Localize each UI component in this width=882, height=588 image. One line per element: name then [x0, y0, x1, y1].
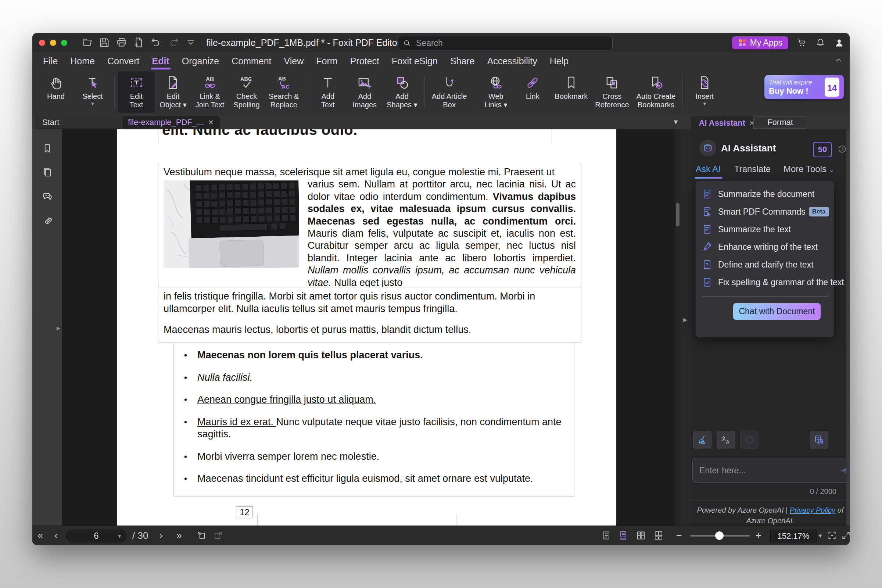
sidebar-pages-icon[interactable] — [42, 166, 53, 178]
panel-scrollbar[interactable] — [846, 129, 850, 525]
minimize-window-button[interactable] — [50, 40, 56, 46]
toolbar-collapse-icon[interactable] — [185, 37, 196, 48]
continuous-view-icon[interactable] — [618, 530, 628, 541]
subtab-ask-ai[interactable]: Ask AI — [696, 164, 721, 174]
sidebar-bookmarks-icon[interactable] — [42, 142, 53, 154]
vertical-scrollbar[interactable] — [675, 129, 681, 525]
tab-format[interactable]: Format — [753, 116, 807, 129]
paragraph-textbox-2[interactable]: in felis tristique fringilla. Morbi sit … — [158, 287, 581, 342]
bullet-list-textbox[interactable]: •Maecenas non lorem quis tellus placerat… — [174, 343, 574, 496]
ribbon-button-link[interactable]: Link — [514, 71, 551, 113]
create-page-icon[interactable] — [133, 37, 145, 48]
my-apps-button[interactable]: My Apps — [732, 36, 788, 49]
ai-menu-item-summarize-the-document[interactable]: Summarize the document — [696, 185, 834, 203]
next-page-button[interactable]: › — [159, 530, 163, 542]
heading-textbox[interactable]: elit. Nunc ac faucibus odio. — [158, 129, 552, 144]
panel-collapse-handle[interactable]: ▸ — [683, 315, 687, 324]
menu-form[interactable]: Form — [310, 52, 344, 70]
next-view-icon[interactable] — [213, 530, 224, 541]
scrollbar-thumb[interactable] — [676, 203, 680, 226]
ribbon-button-add-shapes[interactable]: Add Shapes ▾ — [383, 71, 421, 113]
ribbon-button-web-links[interactable]: Web Links ▾ — [477, 71, 514, 113]
document-image[interactable] — [164, 180, 299, 268]
menu-foxit-esign[interactable]: Foxit eSign — [386, 52, 444, 70]
tab-document[interactable]: file-example_PDF_... ✕ — [122, 116, 220, 129]
translate-button[interactable]: 文A — [717, 431, 735, 449]
ai-menu-item-smart-pdf-commands[interactable]: Smart PDF CommandsBeta — [696, 203, 834, 220]
paragraph-textbox-1[interactable]: Vestibulum neque massa, scelerisque sit … — [158, 163, 581, 291]
close-window-button[interactable] — [39, 40, 45, 46]
ribbon-button-search-replace[interactable]: ABACSearch & Replace — [265, 71, 303, 113]
bell-icon[interactable] — [815, 38, 826, 48]
buy-now-button[interactable]: Trial will expire Buy Now ! 14 — [764, 75, 844, 99]
ai-menu-item-enhance-writing-of-the-text[interactable]: Enhance writing of the text — [696, 238, 834, 256]
zoom-window-button[interactable] — [61, 40, 67, 46]
zoom-preset-chevron-icon[interactable]: ▾ — [819, 532, 822, 539]
menu-comment[interactable]: Comment — [225, 52, 278, 70]
next-page-textbox[interactable] — [257, 514, 456, 525]
print-icon[interactable] — [116, 37, 128, 48]
menu-edit[interactable]: Edit — [146, 52, 176, 70]
ribbon-button-hand[interactable]: Hand — [38, 71, 74, 113]
regenerate-button[interactable] — [740, 431, 759, 449]
menu-protect[interactable]: Protect — [344, 52, 386, 70]
zoom-level-input[interactable]: 152.17% — [770, 530, 817, 542]
cart-icon[interactable] — [796, 38, 807, 48]
ribbon-button-auto-create-bookmarks[interactable]: AAuto Create Bookmarks — [633, 71, 680, 113]
ai-menu-item-define-and-clarify-the-text[interactable]: ?Define and clarify the text — [696, 256, 834, 273]
sidebar-attachments-icon[interactable] — [42, 214, 53, 226]
clear-chat-button[interactable] — [693, 431, 711, 449]
account-avatar-icon[interactable] — [834, 38, 844, 48]
sidebar-expand-handle[interactable]: ▸ — [57, 323, 60, 332]
export-chat-button[interactable] — [810, 431, 828, 449]
redo-icon[interactable] — [168, 37, 179, 48]
facing-view-icon[interactable] — [636, 530, 646, 541]
single-page-view-icon[interactable] — [601, 530, 612, 541]
menu-share[interactable]: Share — [444, 52, 481, 70]
info-icon[interactable] — [837, 144, 847, 154]
previous-page-button[interactable]: ‹ — [54, 530, 58, 542]
menu-home[interactable]: Home — [64, 52, 101, 70]
ribbon-button-link-join-text[interactable]: ABLink & Join Text — [192, 71, 228, 113]
ribbon-button-edit-text[interactable]: Edit Text — [118, 71, 155, 113]
global-search[interactable] — [398, 36, 613, 50]
last-page-button[interactable]: » — [176, 530, 182, 542]
menu-convert[interactable]: Convert — [101, 52, 146, 70]
facing-continuous-view-icon[interactable] — [653, 530, 664, 541]
ribbon-button-cross-reference[interactable]: Cross Reference — [591, 71, 633, 113]
ribbon-button-add-article-box[interactable]: Add Article Box — [428, 71, 471, 113]
ai-credits-badge[interactable]: 50 — [813, 142, 832, 157]
tab-ai-assistant[interactable]: AI Assistant ✕ — [691, 116, 763, 130]
menu-accessibility[interactable]: Accessibility — [481, 52, 543, 70]
ribbon-button-add-text[interactable]: Add Text — [309, 71, 346, 113]
ribbon-button-check-spelling[interactable]: ABCCheck Spelling — [228, 71, 265, 113]
ai-chat-inputbox[interactable] — [692, 458, 850, 483]
chat-with-document-button[interactable]: Chat with Document — [733, 303, 820, 320]
ribbon-button-select[interactable]: Select▾ — [74, 71, 111, 113]
collapse-ribbon-icon[interactable] — [834, 55, 844, 65]
page-number-input[interactable]: 6 ▾ — [66, 530, 126, 542]
ai-chat-input[interactable] — [699, 465, 839, 476]
tab-list-chevron-icon[interactable]: ▼ — [672, 118, 679, 126]
zoom-in-button[interactable]: + — [756, 530, 762, 542]
previous-view-icon[interactable] — [196, 530, 207, 541]
pdf-page[interactable]: elit. Nunc ac faucibus odio. Vestibulum … — [117, 129, 616, 525]
menu-view[interactable]: View — [278, 52, 310, 70]
ribbon-button-insert[interactable]: Insert▾ — [686, 71, 723, 113]
ribbon-button-add-images[interactable]: Add Images — [346, 71, 383, 113]
zoom-out-button[interactable]: − — [676, 530, 682, 542]
ribbon-button-edit-object[interactable]: Edit Object ▾ — [155, 71, 192, 113]
fullscreen-icon[interactable] — [841, 530, 850, 541]
menu-organize[interactable]: Organize — [176, 52, 225, 70]
zoom-slider-knob[interactable] — [715, 531, 724, 540]
sidebar-comments-icon[interactable] — [42, 190, 53, 202]
undo-icon[interactable] — [150, 37, 162, 48]
close-tab-icon[interactable]: ✕ — [208, 118, 214, 127]
privacy-policy-link[interactable]: Privacy Policy — [790, 506, 836, 514]
tab-start[interactable]: Start — [36, 116, 131, 129]
menu-file[interactable]: File — [37, 52, 64, 70]
search-input[interactable] — [415, 38, 608, 48]
open-file-icon[interactable] — [81, 37, 93, 48]
subtab-translate[interactable]: Translate — [734, 164, 771, 174]
save-icon[interactable] — [99, 37, 110, 48]
